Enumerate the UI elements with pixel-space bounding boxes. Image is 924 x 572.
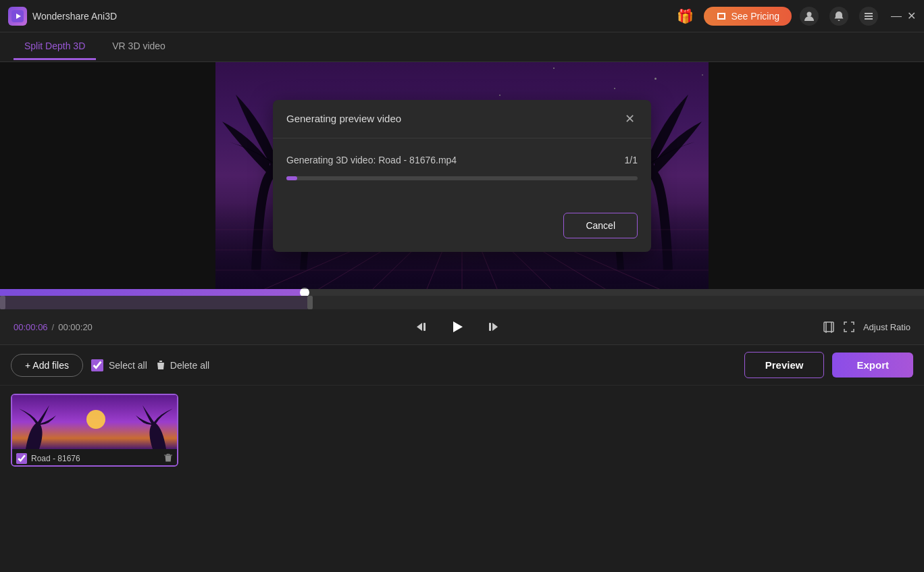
notification-icon[interactable] <box>829 7 848 26</box>
window-controls: — ✕ <box>892 11 916 21</box>
timeline: 00:00:06 / 00:00:20 <box>0 289 924 344</box>
export-button[interactable]: Export <box>832 353 913 378</box>
preview-button[interactable]: Preview <box>744 352 825 378</box>
file-list-area: + Add files Select all Delete all Previe… <box>0 344 924 572</box>
dialog-close-icon[interactable]: ✕ <box>621 111 638 127</box>
see-pricing-button[interactable]: See Pricing <box>704 7 792 26</box>
video-area: Generating preview video ✕ Generating 3D… <box>0 62 924 289</box>
fit-screen-button[interactable] <box>823 321 835 333</box>
dialog-body: Generating 3D video: Road - 81676.mp4 1/… <box>273 138 651 213</box>
range-selection <box>0 296 307 309</box>
delete-all-button[interactable]: Delete all <box>155 360 209 371</box>
app-title: Wondershare Ani3D <box>32 11 117 22</box>
progress-fill <box>0 289 305 296</box>
svg-rect-21 <box>424 323 426 331</box>
tabs: Split Depth 3D VR 3D video <box>0 32 924 62</box>
video-preview: Generating preview video ✕ Generating 3D… <box>215 62 709 289</box>
file-list-toolbar: + Add files Select all Delete all Previe… <box>0 345 924 386</box>
minimize-button[interactable]: — <box>892 11 901 21</box>
total-time: 00:00:20 <box>58 322 93 332</box>
thumbnail-filename: Road - 81676 <box>31 454 159 463</box>
svg-marker-22 <box>453 321 463 332</box>
file-thumbnail[interactable]: Road - 81676 <box>11 394 178 467</box>
svg-rect-5 <box>865 18 873 20</box>
svg-marker-23 <box>492 323 498 331</box>
dialog-filename: Generating 3D video: Road - 81676.mp4 <box>286 155 457 165</box>
tab-vr-3d[interactable]: VR 3D video <box>101 34 176 60</box>
skip-back-button[interactable] <box>411 316 433 338</box>
play-button[interactable] <box>446 316 468 338</box>
current-time: 00:00:06 <box>14 322 48 332</box>
svg-rect-3 <box>865 13 873 14</box>
skip-forward-button[interactable] <box>482 316 503 338</box>
cancel-button[interactable]: Cancel <box>563 213 638 238</box>
main-content: Generating preview video ✕ Generating 3D… <box>0 62 924 572</box>
file-thumbnails: Road - 81676 <box>0 386 924 475</box>
time-separator: / <box>52 322 55 332</box>
svg-rect-25 <box>824 322 833 332</box>
select-all-label[interactable]: Select all <box>91 359 147 371</box>
thumbnail-image <box>12 395 177 449</box>
titlebar-left: Wondershare Ani3D <box>8 7 117 26</box>
dialog-progress-bar <box>286 176 297 180</box>
thumbnail-bottom: Road - 81676 <box>12 449 177 467</box>
titlebar-icons <box>800 7 878 26</box>
svg-marker-20 <box>417 323 422 331</box>
app-logo <box>8 7 27 26</box>
titlebar-right: 🎁 See Pricing <box>674 5 916 27</box>
thumbnail-checkbox[interactable] <box>16 453 27 464</box>
dialog-file-row: Generating 3D video: Road - 81676.mp4 1/… <box>286 155 638 165</box>
dialog-footer: Cancel <box>273 213 651 252</box>
thumbnail-delete-button[interactable] <box>163 453 173 465</box>
dialog-progress-bar-bg <box>286 176 638 180</box>
svg-rect-4 <box>865 16 873 17</box>
tab-split-depth[interactable]: Split Depth 3D <box>14 34 96 60</box>
dialog-title: Generating preview video <box>286 113 401 124</box>
svg-point-2 <box>807 11 812 16</box>
close-button[interactable]: ✕ <box>906 11 916 21</box>
adjust-ratio-button[interactable]: Adjust Ratio <box>863 322 910 332</box>
view-controls: Adjust Ratio <box>823 321 910 333</box>
toolbar-right: Preview Export <box>744 352 913 378</box>
toolbar-left: + Add files Select all Delete all <box>11 354 209 377</box>
progress-track[interactable] <box>0 289 924 296</box>
expand-button[interactable] <box>843 321 855 333</box>
timeline-range <box>0 296 924 309</box>
playback-controls <box>411 316 503 338</box>
account-icon[interactable] <box>800 7 819 26</box>
titlebar: Wondershare Ani3D 🎁 See Pricing <box>0 0 924 32</box>
time-display: 00:00:06 / 00:00:20 <box>14 322 93 332</box>
svg-rect-24 <box>489 323 491 331</box>
dialog-progress-count: 1/1 <box>625 155 638 165</box>
progress-dialog: Generating preview video ✕ Generating 3D… <box>273 100 651 252</box>
range-handle-right[interactable] <box>307 296 313 309</box>
menu-icon[interactable] <box>859 7 878 26</box>
dialog-header: Generating preview video ✕ <box>273 100 651 138</box>
add-files-button[interactable]: + Add files <box>11 354 83 377</box>
dialog-overlay: Generating preview video ✕ Generating 3D… <box>215 62 709 289</box>
select-all-checkbox[interactable] <box>91 359 103 371</box>
gift-icon[interactable]: 🎁 <box>674 5 696 27</box>
svg-point-29 <box>86 410 105 429</box>
controls-bar: 00:00:06 / 00:00:20 <box>0 309 924 344</box>
